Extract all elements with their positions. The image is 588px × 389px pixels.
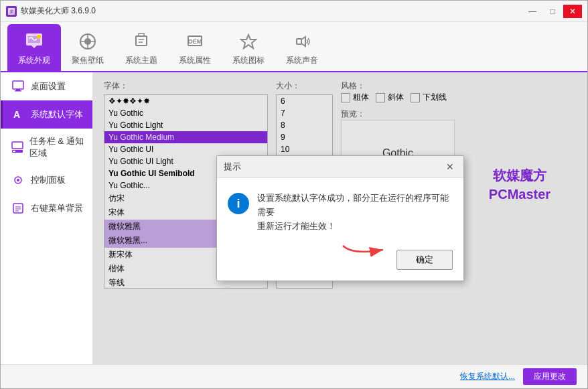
sidebar-label-desktop: 桌面设置 — [31, 80, 66, 92]
svg-rect-20 — [12, 142, 23, 149]
tab-wallpaper[interactable]: 聚焦壁纸 — [61, 24, 115, 71]
dialog-overlay: 提示 ✕ i 设置系统默认字体成功，部分正在运行的程序可能需要重新运行才能生效！ — [93, 72, 587, 364]
wallpaper-icon — [77, 31, 98, 52]
title-bar: 美 软媒美化大师 3.6.9.0 — □ ✕ — [1, 1, 587, 22]
tab-wallpaper-label: 聚焦壁纸 — [72, 55, 104, 66]
svg-rect-9 — [136, 36, 147, 46]
system-appearance-icon — [23, 31, 45, 52]
sidebar-label-controlpanel: 控制面板 — [31, 174, 66, 186]
arrow-icon — [340, 240, 393, 259]
tab-system-appearance[interactable]: 系统外观 — [7, 24, 61, 71]
icons-icon — [238, 31, 259, 52]
sidebar-item-controlpanel[interactable]: 控制面板 — [1, 166, 92, 194]
svg-rect-25 — [13, 204, 23, 213]
tab-system-appearance-label: 系统外观 — [18, 55, 50, 66]
dialog-footer: 确定 — [217, 244, 463, 281]
svg-rect-17 — [16, 89, 20, 90]
desktop-icon — [11, 79, 25, 94]
svg-point-4 — [37, 35, 41, 39]
dialog-message: 设置系统默认字体成功，部分正在运行的程序可能需要重新运行才能生效！ — [257, 191, 453, 233]
dialog: 提示 ✕ i 设置系统默认字体成功，部分正在运行的程序可能需要重新运行才能生效！ — [216, 155, 464, 281]
apply-button[interactable]: 应用更改 — [523, 368, 577, 385]
tab-theme[interactable]: 系统主题 — [115, 24, 168, 71]
svg-rect-15 — [297, 39, 301, 44]
sidebar-item-taskbar[interactable]: 任务栏 & 通知区域 — [1, 129, 92, 166]
dialog-close-button[interactable]: ✕ — [443, 160, 457, 173]
bottom-bar: 恢复系统默认... 应用更改 — [1, 364, 587, 388]
dialog-body: i 设置系统默认字体成功，部分正在运行的程序可能需要重新运行才能生效！ — [217, 178, 463, 244]
tab-sound-label: 系统声音 — [286, 55, 318, 66]
main-content: 桌面设置 A 系统默认字体 任务栏 & 通知区 — [1, 72, 587, 364]
svg-rect-16 — [13, 81, 23, 89]
dialog-ok-button[interactable]: 确定 — [396, 250, 453, 270]
sidebar-item-desktop[interactable]: 桌面设置 — [1, 72, 92, 100]
font-icon: A — [11, 107, 25, 122]
sidebar-label-font: 系统默认字体 — [31, 108, 83, 121]
svg-rect-18 — [15, 90, 21, 92]
tab-icons[interactable]: 系统图标 — [222, 24, 275, 71]
tab-properties-label: 系统属性 — [179, 55, 211, 66]
sound-icon — [291, 31, 313, 52]
restore-link[interactable]: 恢复系统默认... — [460, 371, 515, 382]
sidebar-item-contextmenu[interactable]: 右键菜单背景 — [1, 194, 92, 222]
dialog-title-bar: 提示 ✕ — [217, 156, 463, 178]
svg-text:OEM: OEM — [188, 38, 202, 45]
properties-icon: OEM — [184, 31, 206, 52]
sidebar: 桌面设置 A 系统默认字体 任务栏 & 通知区 — [1, 72, 93, 364]
sidebar-label-contextmenu: 右键菜单背景 — [31, 202, 83, 214]
svg-marker-14 — [241, 35, 256, 48]
app-icon: 美 — [6, 6, 17, 17]
main-window: 美 软媒美化大师 3.6.9.0 — □ ✕ 系统外观 — [0, 0, 588, 389]
svg-point-24 — [17, 179, 19, 181]
window-title: 软媒美化大师 3.6.9.0 — [21, 5, 523, 17]
svg-text:A: A — [13, 109, 20, 120]
minimize-button[interactable]: — — [523, 5, 542, 18]
tab-bar: 系统外观 聚焦壁纸 系统主题 — [1, 22, 587, 72]
contextmenu-icon — [11, 201, 25, 216]
tab-sound[interactable]: 系统声音 — [275, 24, 329, 71]
controlpanel-icon — [11, 173, 25, 187]
sidebar-item-font[interactable]: A 系统默认字体 — [1, 100, 92, 129]
svg-text:美: 美 — [9, 9, 14, 14]
tab-icons-label: 系统图标 — [232, 55, 265, 66]
dialog-title: 提示 — [224, 161, 241, 173]
maximize-button[interactable]: □ — [543, 5, 562, 18]
taskbar-icon — [11, 140, 24, 155]
tab-properties[interactable]: OEM 系统属性 — [168, 24, 222, 71]
theme-icon — [131, 31, 152, 52]
content-area: 字体： ❖✦✸❖✦✸ Yu Gothic Yu Gothic Light Yu … — [93, 72, 587, 364]
svg-rect-22 — [13, 151, 15, 152]
dialog-info-icon: i — [228, 193, 249, 214]
sidebar-label-taskbar: 任务栏 & 通知区域 — [29, 135, 84, 159]
window-controls: — □ ✕ — [523, 5, 582, 18]
tab-theme-label: 系统主题 — [125, 55, 157, 66]
close-button[interactable]: ✕ — [563, 5, 582, 18]
